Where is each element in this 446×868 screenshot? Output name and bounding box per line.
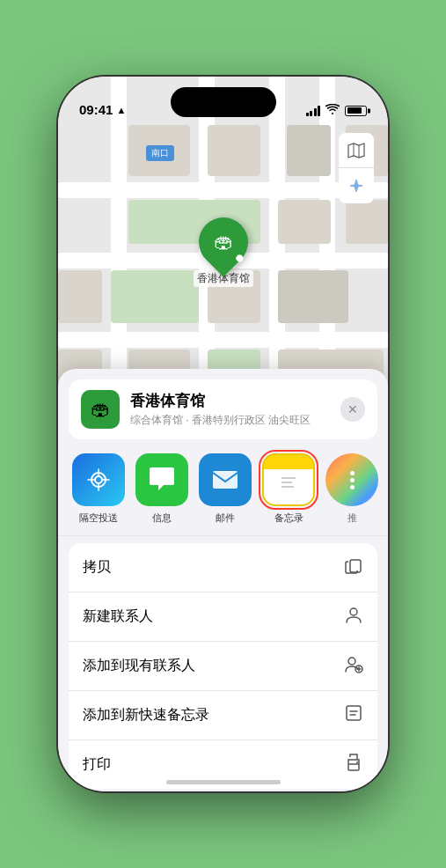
- svg-point-1: [95, 476, 102, 483]
- phone-frame: 09:41 ▲: [58, 77, 388, 791]
- notes-action-symbol: [344, 703, 363, 723]
- pin-marker: 🏟: [188, 207, 258, 276]
- location-logo: 🏟: [81, 390, 120, 429]
- mail-icon-bg: [199, 453, 252, 506]
- notes-symbol: [273, 464, 304, 496]
- share-item-airdrop[interactable]: 隔空投送: [72, 453, 125, 525]
- share-row: 隔空投送 信息: [58, 439, 388, 532]
- location-arrow-icon: ▲: [116, 105, 126, 115]
- new-contact-label: 新建联系人: [83, 607, 153, 626]
- airdrop-label: 隔空投送: [79, 511, 118, 525]
- print-icon: [344, 753, 363, 776]
- copy-label: 拷贝: [83, 558, 111, 577]
- location-card: 🏟 香港体育馆 综合体育馆 · 香港特别行政区 油尖旺区 ✕: [69, 379, 377, 439]
- compass-icon: [348, 178, 364, 194]
- action-row-new-contact[interactable]: 新建联系人: [69, 592, 377, 642]
- action-list: 拷贝 新建联系人: [69, 543, 377, 789]
- location-subtitle: 综合体育馆 · 香港特别行政区 油尖旺区: [130, 413, 365, 428]
- airdrop-symbol: [84, 465, 113, 495]
- map-controls: [339, 133, 374, 203]
- svg-point-8: [348, 658, 355, 665]
- status-time: 09:41 ▲: [79, 102, 126, 117]
- add-existing-label: 添加到现有联系人: [83, 657, 195, 675]
- dynamic-island: [171, 87, 276, 117]
- mail-symbol: [209, 464, 241, 496]
- contact-symbol: [344, 605, 363, 624]
- map-label-text: 南口: [151, 148, 169, 158]
- new-contact-icon: [344, 605, 363, 629]
- pin-dot: [234, 254, 244, 263]
- copy-symbol: [344, 555, 363, 575]
- more-dots: [350, 471, 355, 489]
- time-display: 09:41: [79, 102, 113, 117]
- add-contact-symbol: [344, 654, 363, 673]
- action-row-add-notes[interactable]: 添加到新快速备忘录: [69, 691, 377, 740]
- share-item-more[interactable]: 推: [325, 453, 378, 525]
- mail-label: 邮件: [216, 511, 235, 525]
- location-pin: 🏟 香港体育馆: [194, 217, 253, 287]
- print-symbol: [344, 753, 363, 772]
- copy-icon: [344, 555, 363, 579]
- notes-label: 备忘录: [274, 511, 303, 525]
- share-item-messages[interactable]: 信息: [135, 453, 188, 525]
- airdrop-icon: [72, 453, 125, 506]
- home-indicator: [166, 780, 281, 784]
- signal-icon: [306, 106, 321, 116]
- location-logo-icon: 🏟: [91, 398, 110, 421]
- pin-icon: 🏟: [214, 231, 233, 254]
- print-label: 打印: [83, 755, 111, 774]
- add-notes-icon: [344, 703, 363, 727]
- share-item-notes[interactable]: 备忘录: [262, 453, 315, 525]
- share-item-mail[interactable]: 邮件: [199, 453, 252, 525]
- svg-rect-12: [347, 706, 361, 720]
- wifi-icon: [325, 104, 340, 117]
- location-name: 香港体育馆: [130, 391, 365, 411]
- more-icon-bg: [325, 453, 378, 506]
- add-notes-label: 添加到新快速备忘录: [83, 706, 209, 725]
- action-row-add-existing[interactable]: 添加到现有联系人: [69, 642, 377, 691]
- close-icon: ✕: [347, 402, 358, 416]
- battery-icon: [345, 106, 367, 116]
- status-icons: [306, 104, 368, 117]
- location-info: 香港体育馆 综合体育馆 · 香港特别行政区 油尖旺区: [130, 391, 365, 428]
- close-button[interactable]: ✕: [340, 397, 365, 422]
- messages-symbol: [146, 464, 178, 496]
- map-area-label: 南口: [146, 145, 174, 161]
- more-apps-label: 推: [347, 511, 357, 525]
- map-type-button[interactable]: [339, 133, 374, 168]
- notes-icon-bg: [262, 453, 315, 506]
- phone-screen: 09:41 ▲: [58, 77, 388, 791]
- messages-icon-bg: [135, 453, 188, 506]
- action-row-copy[interactable]: 拷贝: [69, 543, 377, 592]
- bottom-sheet: 🏟 香港体育馆 综合体育馆 · 香港特别行政区 油尖旺区 ✕: [58, 369, 388, 791]
- svg-point-16: [356, 761, 358, 763]
- svg-rect-15: [348, 764, 359, 770]
- share-divider: [58, 535, 388, 536]
- messages-label: 信息: [152, 511, 172, 525]
- svg-point-7: [350, 608, 357, 615]
- svg-rect-6: [350, 560, 361, 572]
- add-existing-icon: [344, 654, 363, 678]
- svg-rect-2: [213, 471, 238, 489]
- location-button[interactable]: [339, 168, 374, 203]
- map-icon: [347, 142, 365, 159]
